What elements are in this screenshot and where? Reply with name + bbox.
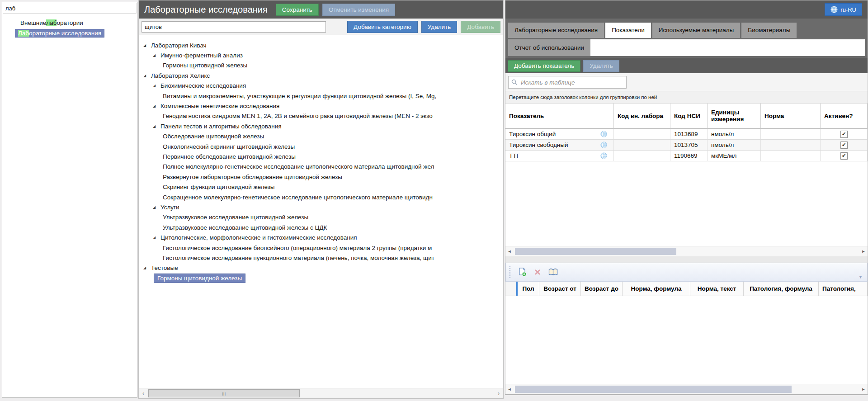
column-header-norm-formula[interactable]: Норма, формула [623,282,690,296]
column-header-indicator[interactable]: Показатель [505,104,614,128]
tab-indicators[interactable]: Показатели [605,23,651,38]
tree-item[interactable]: ◢Услуги [139,202,503,212]
tree-item[interactable]: ◢Имунно-ферментный анализ [139,50,503,60]
expander-icon[interactable]: ◢ [153,236,160,240]
scrollbar-thumb[interactable]: ||| [148,389,300,397]
toolbar-grip-icon[interactable] [509,266,512,278]
group-by-hint[interactable]: Перетащите сюда заголовок колонки для гр… [505,91,868,104]
tree-item[interactable]: ◢Лаборатория Кивач [139,40,503,50]
globe-icon[interactable] [600,142,607,148]
tree-item[interactable]: Обследование щитовидной железы [139,132,503,142]
table-search-input[interactable] [520,79,623,86]
selected-nav-item[interactable]: Лабораторные исследования [15,29,104,38]
expander-icon[interactable]: ◢ [143,43,151,47]
column-header-pathology-text[interactable]: Патология, [819,282,868,296]
table-row[interactable]: ТТГ 1190669 мкМЕ/мл ✔ [505,151,868,161]
column-header-age-from[interactable]: Возраст от [539,282,581,296]
units-cell[interactable]: пмоль/л [708,140,761,150]
table-search-box[interactable] [508,76,627,89]
column-header-norm-text[interactable]: Норма, текст [690,282,744,296]
units-cell[interactable]: мкМЕ/мл [708,151,761,161]
tab-used-materials[interactable]: Используемые материалы [652,23,740,38]
expander-icon[interactable]: ◢ [153,53,160,57]
norm-cell[interactable] [761,151,821,161]
column-header-age-to[interactable]: Возраст до [581,282,623,296]
nsi-code-cell[interactable]: 1013705 [670,140,708,150]
add-indicator-button[interactable]: Добавить показатель [508,60,580,72]
scroll-left-icon[interactable]: ◄ [505,384,514,394]
active-checkbox[interactable]: ✔ [840,152,848,160]
catalog-search-input[interactable] [142,21,326,33]
nsi-code-cell[interactable]: 1190669 [670,151,708,161]
tree-item[interactable]: Ультразвуковое исследование щитовидной ж… [139,222,503,232]
tree-item[interactable]: ◢Тестовые [139,263,503,273]
add-category-button[interactable]: Добавить категорию [347,21,418,33]
tree-item[interactable]: ◢Панели тестов и алгоритмы обследования [139,121,503,131]
tree-item-selected[interactable]: Гормоны щитовидной железы [139,273,503,283]
tree-item[interactable]: Развернутое лабораторное обследование щи… [139,172,503,182]
nsi-code-cell[interactable]: 1013689 [670,129,708,139]
expander-icon[interactable]: ◢ [153,124,160,128]
active-checkbox[interactable]: ✔ [840,142,848,149]
reference-book-icon[interactable] [548,267,558,277]
language-button[interactable]: ru-RU [825,3,862,16]
tab-usage-report[interactable]: Отчет об использовании [508,39,590,56]
column-header-sex[interactable]: Пол [518,282,539,296]
scroll-left-icon[interactable]: ‹ [139,388,148,398]
delete-button[interactable]: Удалить [421,21,458,33]
column-header-active[interactable]: Активен? [821,104,868,128]
horizontal-scrollbar[interactable]: ◄ ► [505,384,868,394]
globe-icon[interactable] [600,152,607,159]
tab-biomaterials[interactable]: Биоматериалы [741,23,797,38]
tree-item[interactable]: Ультразвуковое исследование щитовидной ж… [139,212,503,222]
expander-icon[interactable]: ◢ [153,104,160,108]
expander-icon[interactable]: ◢ [153,84,160,88]
scrollbar-thumb[interactable] [515,386,792,393]
scroll-left-icon[interactable]: ◄ [505,246,514,256]
column-header-norm[interactable]: Норма [761,104,821,128]
add-row-icon[interactable] [517,267,527,277]
scroll-right-icon[interactable]: › [494,388,503,398]
tree-item[interactable]: Гормоны щитовидной железы [139,61,503,71]
lab-code-cell[interactable] [614,129,670,139]
tree-item[interactable]: Скрининг функции щитовидной железы [139,182,503,192]
save-button[interactable]: Сохранить [276,4,319,16]
tree-item[interactable]: ◢Цитологические, морфологические и гисто… [139,232,503,242]
lab-code-cell[interactable] [614,140,670,150]
tree-item[interactable]: ◢Комплексные генетические исследования [139,101,503,111]
table-row[interactable]: Тироксин свободный 1013705 пмоль/л ✔ [505,140,868,151]
active-checkbox[interactable]: ✔ [840,131,848,138]
cancel-changes-button[interactable]: Отменить изменения [322,4,395,16]
nav-tree-item-external-labs[interactable]: Внешние лаборатории [2,18,137,28]
nav-search-input[interactable] [3,3,137,14]
tab-lab-research[interactable]: Лабораторные исследования [508,23,604,38]
tree-item[interactable]: Гистологическое исследование биопсийного… [139,243,503,253]
tree-item[interactable]: Витамины и микроэлементы, участвующие в … [139,91,503,101]
expander-icon[interactable]: ◢ [143,266,151,270]
column-header-lab-code[interactable]: Код вн. лабора [614,104,670,128]
scroll-right-icon[interactable]: ► [859,246,868,256]
lab-code-cell[interactable] [614,151,670,161]
delete-indicator-button[interactable]: Удалить [583,60,619,72]
tree-item[interactable]: Онкологический скрининг щитовидной желез… [139,142,503,151]
scroll-right-icon[interactable]: ► [859,384,868,394]
table-row[interactable]: Тироксин общий 1013689 нмоль/л ✔ [505,129,868,140]
globe-icon[interactable] [600,131,607,137]
nav-tree-item-lab-research[interactable]: Лабораторные исследования [2,28,137,38]
column-header-units[interactable]: Единицы измерения [708,104,761,128]
column-header-nsi-code[interactable]: Код НСИ [670,104,708,128]
column-header-pathology-formula[interactable]: Патология, формула [744,282,819,296]
filter-icon[interactable]: ▼ [859,275,863,281]
horizontal-scrollbar[interactable]: ◄ ► [505,246,868,256]
add-button-disabled[interactable]: Добавить [461,21,500,33]
tree-item[interactable]: Полное молекулярно-генетическое исследов… [139,162,503,172]
delete-row-icon[interactable] [533,267,542,277]
expander-icon[interactable]: ◢ [143,74,151,78]
horizontal-scrollbar[interactable]: ‹ ||| › [139,388,503,398]
norm-cell[interactable] [761,140,821,150]
tree-item[interactable]: ◢Лаборатория Хеликс [139,71,503,80]
units-cell[interactable]: нмоль/л [708,129,761,139]
scrollbar-thumb[interactable] [515,248,676,255]
tree-item[interactable]: Гистологическое исследование пункционног… [139,253,503,263]
tree-item[interactable]: Генодиагностика синдрома MEN 1, 2А, 2В и… [139,111,503,121]
